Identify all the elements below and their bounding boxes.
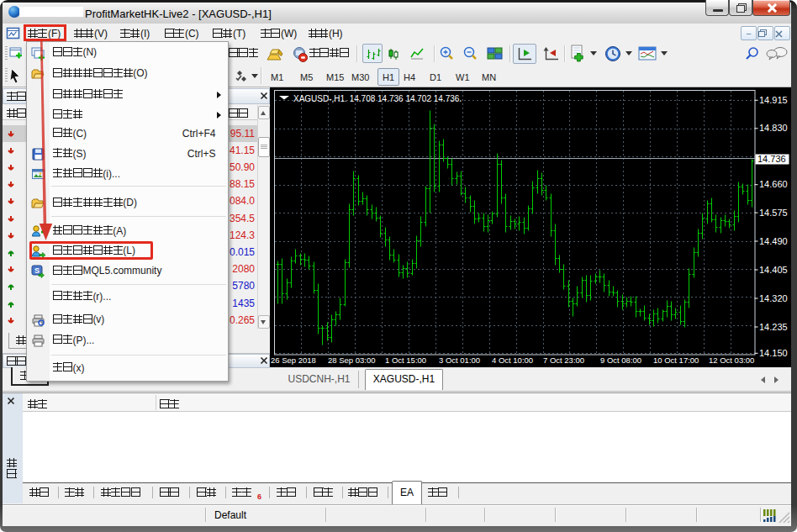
svg-text:14.235: 14.235 <box>759 322 788 332</box>
svg-text:10 Oct 17:00: 10 Oct 17:00 <box>653 356 699 365</box>
svg-text:1 Oct 15:00: 1 Oct 15:00 <box>385 356 426 365</box>
svg-text:12 Oct 03:00: 12 Oct 03:00 <box>709 356 754 365</box>
svg-text:14.660: 14.660 <box>759 179 788 189</box>
svg-text:7 Oct 23:00: 7 Oct 23:00 <box>543 356 584 365</box>
svg-text:9 Oct 08:00: 9 Oct 08:00 <box>600 356 641 365</box>
svg-text:26 Sep 2018: 26 Sep 2018 <box>271 356 316 365</box>
svg-text:14.405: 14.405 <box>759 265 788 275</box>
svg-text:14.575: 14.575 <box>759 208 788 218</box>
svg-text:14.915: 14.915 <box>759 95 788 105</box>
svg-text:3 Oct 01:00: 3 Oct 01:00 <box>439 356 480 365</box>
svg-text:28 Sep 03:00: 28 Sep 03:00 <box>328 356 376 365</box>
svg-text:14.150: 14.150 <box>759 348 788 358</box>
svg-text:14.736: 14.736 <box>757 154 786 164</box>
svg-text:14.490: 14.490 <box>759 236 788 246</box>
svg-text:S: S <box>34 266 40 275</box>
svg-text:4 Oct 10:00: 4 Oct 10:00 <box>492 356 533 365</box>
svg-text:14.320: 14.320 <box>759 293 788 303</box>
svg-text:XAGUSD-,H1. 14.708 14.736 14.7: XAGUSD-,H1. 14.708 14.736 14.702 14.736. <box>293 94 462 103</box>
svg-text:14.830: 14.830 <box>759 123 788 133</box>
